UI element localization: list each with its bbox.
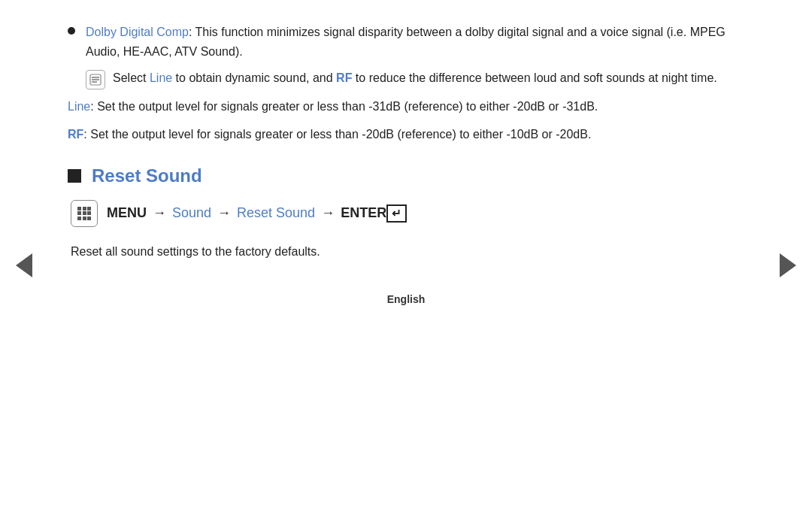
menu-arrow-2: → (217, 205, 231, 221)
section-square-icon (68, 169, 81, 183)
rf-label: RF (68, 128, 83, 141)
reset-description: Reset all sound settings to the factory … (71, 242, 744, 262)
pencil-icon (89, 74, 102, 86)
bullet-item: Dolby Digital Comp: This function minimi… (68, 23, 744, 61)
note-middle: to obtain dynamic sound, and (172, 71, 336, 84)
menu-path: MENU → Sound → Reset Sound → ENTER↵ (71, 200, 744, 227)
note-end: to reduce the difference between loud an… (352, 71, 717, 84)
note-text: Select Line to obtain dynamic sound, and… (113, 68, 717, 88)
enter-label: ENTER↵ (341, 204, 407, 223)
rf-text: : Set the output level for signals great… (83, 128, 591, 141)
bullet-dot (68, 27, 75, 35)
bullet-text: Dolby Digital Comp: This function minimi… (86, 23, 744, 61)
note-icon (86, 70, 105, 89)
dolby-term: Dolby Digital Comp (86, 26, 189, 38)
menu-label: MENU (107, 205, 147, 221)
footer: English (0, 284, 812, 319)
menu-grid-icon (77, 207, 91, 220)
section-title: Reset Sound (92, 165, 202, 186)
note-rf-link: RF (336, 71, 352, 84)
bullet-section: Dolby Digital Comp: This function minimi… (68, 23, 744, 144)
line-text: : Set the output level for signals great… (90, 100, 598, 113)
footer-language: English (387, 293, 426, 305)
menu-arrow-3: → (321, 205, 335, 221)
menu-sound-link: Sound (172, 205, 211, 221)
menu-icon (71, 200, 98, 227)
enter-text: ENTER (341, 205, 386, 220)
line-label: Line (68, 100, 90, 113)
note-line-link: Line (150, 71, 172, 84)
note-block: Select Line to obtain dynamic sound, and… (86, 68, 744, 89)
main-content: Dolby Digital Comp: This function minimi… (0, 0, 812, 284)
menu-arrow-1: → (153, 205, 166, 221)
rf-info-paragraph: RF: Set the output level for signals gre… (68, 125, 744, 144)
line-info-paragraph: Line: Set the output level for signals g… (68, 97, 744, 117)
enter-box: ↵ (386, 204, 407, 223)
menu-reset-sound-link: Reset Sound (237, 205, 315, 221)
note-select: Select (113, 71, 150, 84)
section-header: Reset Sound (68, 165, 744, 186)
